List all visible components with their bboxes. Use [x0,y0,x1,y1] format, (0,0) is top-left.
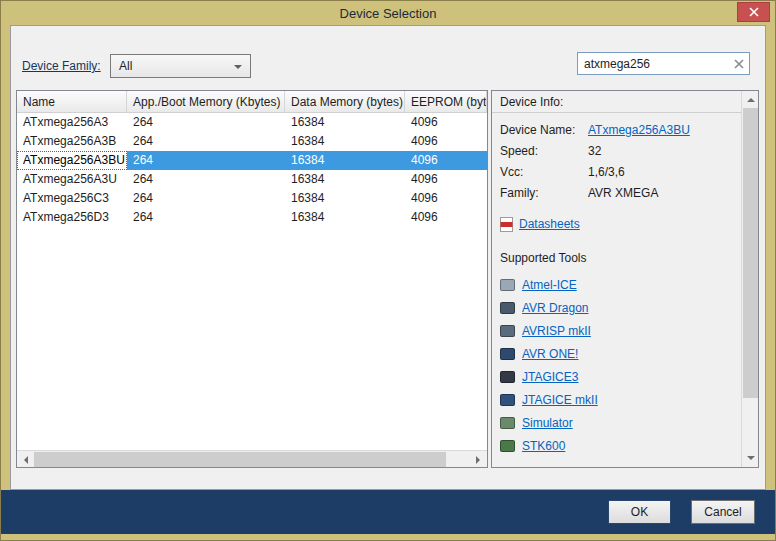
pdf-icon [500,217,513,232]
device-name-link[interactable]: ATxmega256A3BU [588,123,690,137]
cell-eeprom: 4096 [405,113,487,132]
device-selection-dialog: Device Selection Device Family: All Name… [0,0,776,541]
device-family-label: Device Family: [22,59,101,73]
horizontal-scrollbar[interactable] [17,450,487,467]
speed-label: Speed: [500,144,588,158]
tool-item: Simulator [500,411,741,434]
scroll-left-arrow[interactable] [17,451,34,468]
cell-eeprom: 4096 [405,132,487,151]
ok-button[interactable]: OK [608,500,671,524]
cell-memory: 264 [127,132,285,151]
column-header-data-memory[interactable]: Data Memory (bytes) [285,91,405,112]
device-info-panel: Device Info: Device Name: ATxmega256A3BU… [491,90,759,468]
scroll-down-arrow[interactable] [742,450,759,467]
dialog-title: Device Selection [340,6,437,21]
device-family-value: All [119,59,132,73]
tool-item: AVRISP mkII [500,319,741,342]
tool-link-simulator[interactable]: Simulator [522,416,573,430]
cell-eeprom: 4096 [405,170,487,189]
family-value: AVR XMEGA [588,186,658,200]
scroll-right-arrow[interactable] [470,451,487,468]
cell-memory: 264 [127,170,285,189]
vertical-scroll-thumb[interactable] [743,108,758,398]
device-info-title: Device Info: [492,91,741,113]
vertical-scrollbar[interactable] [741,91,758,467]
table-header: Name App./Boot Memory (Kbytes) Data Memo… [17,91,487,113]
vcc-label: Vcc: [500,165,588,179]
horizontal-scroll-thumb[interactable] [34,452,446,467]
cell-memory: 264 [127,151,285,170]
search-input[interactable] [578,53,728,74]
cell-eeprom: 4096 [405,208,487,227]
table-row[interactable]: ATxmega256A3 264 16384 4096 [17,113,487,132]
cell-data-memory: 16384 [285,170,405,189]
dialog-content: Device Family: All Name App./Boot Memory… [10,25,766,490]
arrow-down-icon [747,456,755,464]
tool-item: Atmel-ICE [500,273,741,296]
cell-data-memory: 16384 [285,151,405,170]
cell-name: ATxmega256A3B [17,132,127,151]
tool-link-jtagice3[interactable]: JTAGICE3 [522,370,578,384]
tool-link-avr-dragon[interactable]: AVR Dragon [522,301,588,315]
vcc-value: 1,6/3,6 [588,165,625,179]
tool-item: STK600 [500,434,741,457]
titlebar: Device Selection [1,1,775,25]
dialog-footer: OK Cancel [1,490,775,534]
device-info-body: Device Name: ATxmega256A3BU Speed: 32 Vc… [492,114,741,467]
scroll-up-arrow[interactable] [742,91,759,108]
device-name-label: Device Name: [500,123,588,137]
arrow-right-icon [476,456,484,464]
cancel-button[interactable]: Cancel [691,500,755,524]
table-row[interactable]: ATxmega256A3B 264 16384 4096 [17,132,487,151]
search-box [577,52,750,75]
tool-link-avrisp-mkii[interactable]: AVRISP mkII [522,324,591,338]
column-header-eeprom[interactable]: EEPROM (bytes) [405,91,487,112]
cell-name: ATxmega256A3 [17,113,127,132]
tool-link-atmel-ice[interactable]: Atmel-ICE [522,278,577,292]
tool-link-jtagice-mkii[interactable]: JTAGICE mkII [522,393,598,407]
family-label: Family: [500,186,588,200]
chevron-down-icon [234,65,242,73]
datasheets-link[interactable]: Datasheets [519,217,580,231]
cell-data-memory: 16384 [285,113,405,132]
device-table: Name App./Boot Memory (Kbytes) Data Memo… [16,90,488,468]
atmel-ice-icon [500,279,515,291]
device-family-dropdown[interactable]: All [110,54,251,78]
close-button[interactable] [737,2,770,22]
close-icon [749,7,759,17]
cell-data-memory: 16384 [285,132,405,151]
jtagice-mkii-icon [500,394,515,406]
cell-eeprom: 4096 [405,151,487,170]
tool-item: AVR ONE! [500,342,741,365]
column-header-name[interactable]: Name [17,91,127,112]
cell-name: ATxmega256A3U [17,170,127,189]
tool-item: AVR Dragon [500,296,741,319]
tool-link-stk600[interactable]: STK600 [522,439,565,453]
tool-item: JTAGICE3 [500,365,741,388]
jtagice3-icon [500,371,515,383]
arrow-left-icon [20,456,28,464]
cell-name: ATxmega256C3 [17,189,127,208]
cell-name: ATxmega256D3 [17,208,127,227]
cell-name: ATxmega256A3BU [17,151,127,170]
tool-item: JTAGICE mkII [500,388,741,411]
table-row[interactable]: ATxmega256C3 264 16384 4096 [17,189,487,208]
table-row[interactable]: ATxmega256D3 264 16384 4096 [17,208,487,227]
speed-value: 32 [588,144,601,158]
avrisp-mkii-icon [500,325,515,337]
cell-data-memory: 16384 [285,189,405,208]
cell-data-memory: 16384 [285,208,405,227]
simulator-icon [500,417,515,429]
clear-search-icon[interactable] [733,58,745,70]
avr-dragon-icon [500,302,515,314]
cell-memory: 264 [127,113,285,132]
stk600-icon [500,440,515,452]
column-header-memory[interactable]: App./Boot Memory (Kbytes) [127,91,285,112]
avr-one-icon [500,348,515,360]
tool-link-avr-one[interactable]: AVR ONE! [522,347,578,361]
cell-memory: 264 [127,208,285,227]
supported-tools-title: Supported Tools [500,251,741,265]
table-row[interactable]: ATxmega256A3U 264 16384 4096 [17,170,487,189]
cell-eeprom: 4096 [405,189,487,208]
table-row-selected[interactable]: ATxmega256A3BU 264 16384 4096 [17,151,487,170]
